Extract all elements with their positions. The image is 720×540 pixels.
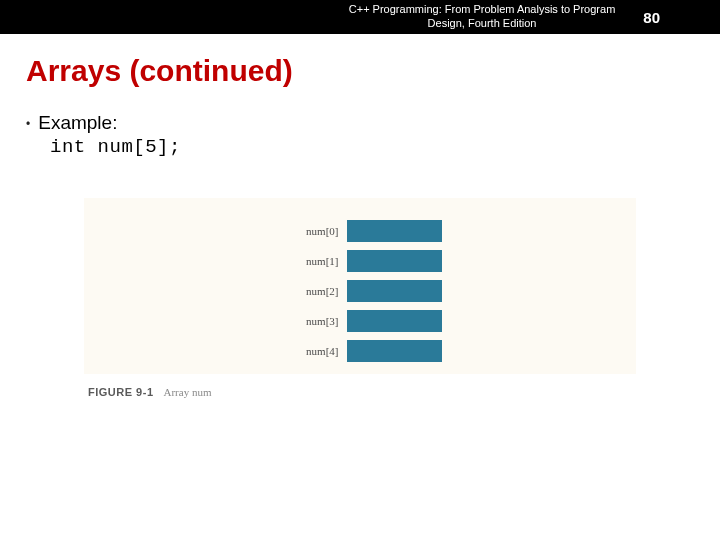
bullet-example: • Example: [26, 112, 694, 134]
book-title-line2: Design, Fourth Edition [428, 17, 537, 29]
figure-caption-tag: FIGURE 9-1 [88, 386, 154, 398]
array-cell [347, 340, 442, 362]
array-row: num[1] [279, 250, 442, 272]
array-diagram: num[0] num[1] num[2] num[3] num[4] [94, 220, 626, 362]
figure-caption-text: Array num [164, 386, 212, 398]
page-number: 80 [643, 9, 660, 26]
code-example: int num[5]; [50, 136, 694, 158]
figure-caption: FIGURE 9-1 Array num [88, 386, 694, 398]
array-label: num[1] [279, 255, 339, 267]
bullet-dot-icon: • [26, 118, 30, 130]
array-row: num[2] [279, 280, 442, 302]
array-label: num[3] [279, 315, 339, 327]
slide-content: Arrays (continued) • Example: int num[5]… [0, 34, 720, 398]
slide-header: C++ Programming: From Problem Analysis t… [0, 0, 720, 34]
book-title: C++ Programming: From Problem Analysis t… [349, 3, 616, 31]
array-label: num[2] [279, 285, 339, 297]
array-cell [347, 280, 442, 302]
array-row: num[0] [279, 220, 442, 242]
slide-title: Arrays (continued) [26, 54, 694, 88]
array-row: num[4] [279, 340, 442, 362]
array-cell [347, 310, 442, 332]
book-title-line1: C++ Programming: From Problem Analysis t… [349, 3, 616, 15]
array-label: num[4] [279, 345, 339, 357]
array-cell [347, 250, 442, 272]
array-row: num[3] [279, 310, 442, 332]
array-cell [347, 220, 442, 242]
bullet-label: Example: [38, 112, 117, 134]
figure-area: num[0] num[1] num[2] num[3] num[4] [84, 198, 636, 374]
array-label: num[0] [279, 225, 339, 237]
